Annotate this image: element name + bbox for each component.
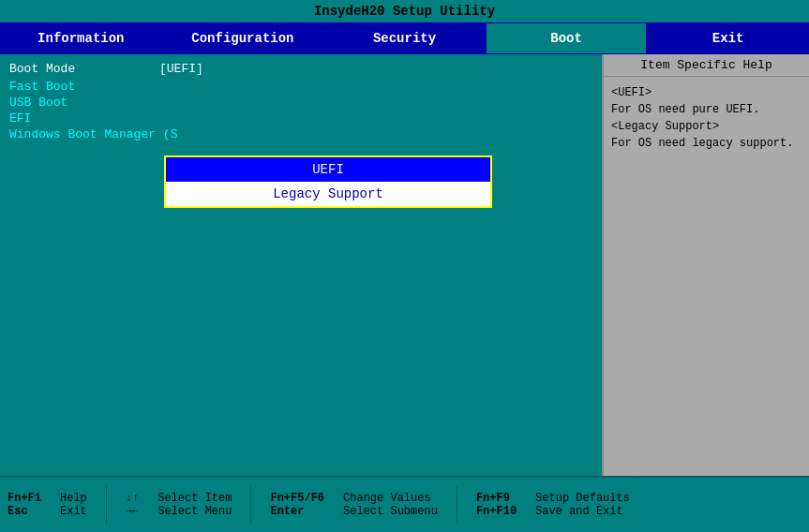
esc-key: Esc (7, 505, 41, 518)
fast-boot-link[interactable]: Fast Boot (9, 80, 592, 94)
status-help-desc: Help Exit (60, 492, 87, 518)
enter-key: Enter (270, 505, 324, 518)
select-item-label: Select Item (157, 492, 232, 505)
status-help: Fn+F1 Esc (7, 492, 41, 518)
exit-label: Exit (60, 505, 87, 518)
nav-tabs: Information Configuration Security Boot … (0, 22, 809, 54)
select-menu-label: Select Menu (157, 505, 232, 518)
setup-defaults-label: Setup Defaults (535, 492, 630, 505)
main-content: Boot Mode [UEFI] Fast Boot USB Boot EFI … (0, 54, 809, 476)
boot-mode-label: Boot Mode (9, 62, 159, 76)
status-arrows: ↓↑ →← (126, 492, 139, 518)
usb-boot-link[interactable]: USB Boot (9, 96, 592, 110)
help-line-1: <UEFI> (611, 86, 652, 99)
left-panel: Boot Mode [UEFI] Fast Boot USB Boot EFI … (0, 54, 602, 476)
tab-exit[interactable]: Exit (647, 22, 809, 54)
item-specific-help-title: Item Specific Help (604, 54, 809, 77)
separator-3 (457, 486, 457, 524)
dropdown-legacy-support[interactable]: Legacy Support (166, 182, 490, 206)
status-defaults-keys: Fn+F9 Fn+F10 (476, 492, 517, 518)
efi-link[interactable]: EFI (9, 111, 592, 126)
help-line-3: <Legacy Support> (611, 120, 719, 133)
change-values-label: Change Values (343, 492, 438, 505)
dropdown-popup: UEFI Legacy Support (164, 155, 492, 208)
fn-f1-key: Fn+F1 (7, 492, 41, 505)
fn-f10-key: Fn+F10 (476, 505, 517, 518)
arrows-key-2: →← (126, 505, 139, 518)
separator-1 (106, 486, 107, 524)
help-line-4: For OS need legacy support. (611, 137, 793, 150)
status-change-desc: Change Values Select Submenu (343, 492, 438, 518)
status-arrows-desc: Select Item Select Menu (157, 492, 232, 518)
status-defaults-desc: Setup Defaults Save and Exit (535, 492, 630, 518)
title-bar: InsydeH20 Setup Utility (0, 0, 809, 22)
tab-information[interactable]: Information (0, 22, 162, 54)
app-title: InsydeH20 Setup Utility (314, 4, 495, 19)
item-specific-help-content: <UEFI> For OS need pure UEFI. <Legacy Su… (604, 77, 809, 159)
windows-boot-manager-link[interactable]: Windows Boot Manager (S (9, 127, 592, 141)
status-change-keys: Fn+F5/F6 Enter (270, 492, 324, 518)
separator-2 (250, 486, 251, 524)
arrows-key: ↓↑ (126, 492, 139, 505)
fn-f9-key: Fn+F9 (476, 492, 517, 505)
fn-f5-f6-key: Fn+F5/F6 (270, 492, 324, 505)
dropdown-uefi[interactable]: UEFI (166, 157, 490, 182)
right-panel: Item Specific Help <UEFI> For OS need pu… (602, 54, 809, 476)
help-label: Help (60, 492, 87, 505)
status-bar: Fn+F1 Esc Help Exit ↓↑ →← Select Item Se… (0, 476, 809, 532)
save-and-exit-label: Save and Exit (535, 505, 630, 518)
tab-configuration[interactable]: Configuration (162, 22, 324, 54)
help-line-2: For OS need pure UEFI. (611, 103, 759, 116)
boot-mode-value: [UEFI] (159, 62, 203, 76)
select-submenu-label: Select Submenu (343, 505, 438, 518)
tab-boot[interactable]: Boot (486, 22, 648, 54)
tab-security[interactable]: Security (323, 22, 486, 54)
boot-mode-row: Boot Mode [UEFI] (9, 62, 592, 76)
